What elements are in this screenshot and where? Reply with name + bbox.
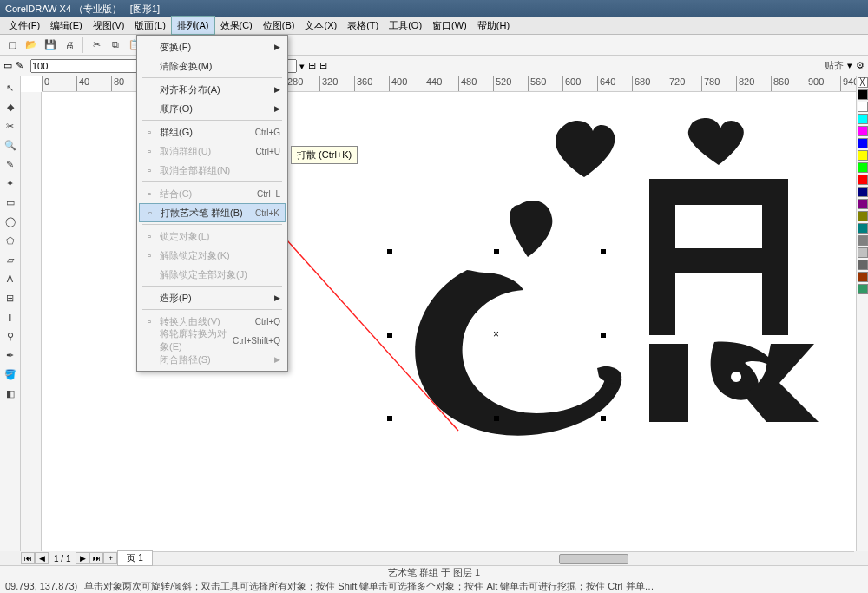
eyedropper-tool-icon[interactable]: ⚲	[1, 326, 20, 346]
menu-item-label: 群组(G)	[160, 126, 193, 139]
page-prev-icon[interactable]: ◀	[35, 552, 49, 564]
menu-item-label: 结合(C)	[160, 188, 192, 201]
percent-input[interactable]	[30, 59, 154, 73]
menu-item-3[interactable]: 版面(L)	[129, 17, 170, 34]
menu-item-label: 变换(F)	[160, 41, 191, 54]
ruler-tick: 820	[736, 76, 771, 91]
fill-tool-icon[interactable]: 🪣	[1, 365, 20, 384]
ruler-tick: 600	[562, 76, 597, 91]
color-swatch[interactable]	[858, 260, 868, 270]
page-tab[interactable]: 页 1	[117, 550, 152, 566]
color-swatch[interactable]	[858, 126, 868, 136]
color-swatch[interactable]	[858, 223, 868, 234]
options-icon[interactable]: ⚙	[856, 60, 865, 71]
copy-icon[interactable]: ⧉	[107, 36, 124, 54]
no-color-swatch[interactable]: ╳	[858, 77, 868, 88]
menu-item-5[interactable]: 效果(C)	[215, 17, 258, 34]
text-tool-icon[interactable]: A	[1, 269, 20, 288]
selection-center-icon[interactable]: ×	[493, 328, 499, 340]
selection-handle-s[interactable]	[494, 416, 499, 421]
outline-tool-icon[interactable]: ✒	[1, 346, 20, 365]
color-swatch[interactable]	[858, 187, 868, 197]
color-swatch[interactable]	[858, 114, 868, 124]
color-swatch[interactable]	[858, 150, 868, 161]
freehand-icon[interactable]: ✎	[16, 60, 23, 71]
units-icon[interactable]: ⊞	[308, 60, 316, 71]
color-swatch[interactable]	[858, 89, 868, 100]
color-swatch[interactable]	[858, 272, 868, 282]
pick-tool-icon[interactable]: ↖	[1, 78, 20, 97]
ellipse-tool-icon[interactable]: ◯	[1, 212, 20, 231]
new-icon[interactable]: ▢	[3, 36, 21, 54]
print-icon[interactable]: 🖨	[61, 36, 78, 54]
freehand-tool-icon[interactable]: ✎	[1, 155, 20, 174]
basicshape-tool-icon[interactable]: ▱	[1, 250, 20, 269]
menu-item-group[interactable]: ▫群组(G)Ctrl+G	[139, 122, 286, 142]
menu-item-1[interactable]: 清除变换(M)	[139, 56, 286, 76]
menu-item-10[interactable]: 窗口(W)	[427, 17, 472, 34]
page-first-icon[interactable]: ⏮	[21, 552, 35, 564]
rectangle-tool-icon[interactable]: ▭	[1, 193, 20, 212]
page-tabs: ⏮ ◀ 1 / 1 ▶ ⏭ + 页 1	[21, 551, 153, 565]
menu-item-label: 顺序(O)	[160, 102, 193, 115]
page-next-icon[interactable]: ▶	[76, 552, 89, 564]
selection-handle-w[interactable]	[387, 333, 392, 338]
menu-item-11[interactable]: 帮助(H)	[472, 17, 515, 34]
menu-shortcut: Ctrl+Shift+Q	[233, 336, 280, 346]
color-swatch[interactable]	[858, 138, 868, 148]
shape-tool-icon[interactable]: ◆	[1, 97, 20, 116]
menu-item-21: 闭合路径(S)▶	[139, 350, 286, 369]
interactive-fill-tool-icon[interactable]: ◧	[1, 384, 20, 403]
menu-separator	[142, 181, 282, 182]
crop-tool-icon[interactable]: ✂	[1, 116, 20, 135]
artwork-character[interactable]	[372, 118, 840, 465]
selection-handle-n[interactable]	[494, 249, 499, 254]
menu-item-break[interactable]: ▫打散艺术笔 群组(B)Ctrl+K	[139, 203, 286, 222]
color-swatch[interactable]	[858, 175, 868, 185]
save-icon[interactable]: 💾	[42, 36, 59, 54]
color-swatch[interactable]	[858, 162, 868, 173]
cut-icon[interactable]: ✂	[88, 36, 105, 54]
scrollbar-thumb[interactable]	[559, 554, 628, 564]
pick-icon[interactable]: ▭	[3, 60, 12, 71]
color-swatch[interactable]	[858, 211, 868, 221]
units2-icon[interactable]: ⊟	[319, 60, 327, 71]
ruler-tick: 680	[632, 76, 667, 91]
ruler-tick: 280	[285, 76, 319, 91]
menu-item-4[interactable]: 顺序(O)▶	[139, 99, 286, 118]
color-swatch[interactable]	[858, 102, 868, 112]
blend-tool-icon[interactable]: ⫿	[1, 307, 20, 326]
menu-item-0[interactable]: 变换(F)▶	[139, 37, 286, 56]
menu-item-4[interactable]: 排列(A)	[171, 16, 215, 35]
menu-item-9[interactable]: 工具(O)	[384, 17, 427, 34]
menu-item-7[interactable]: 文本(X)	[299, 17, 342, 34]
titlebar: CorelDRAW X4 （专业版） - [图形1]	[0, 0, 868, 17]
selection-handle-e[interactable]	[601, 333, 606, 338]
table-tool-icon[interactable]: ⊞	[1, 288, 20, 307]
menu-item-0[interactable]: 文件(F)	[3, 17, 45, 34]
open-icon[interactable]: 📂	[23, 36, 40, 54]
menu-item-2[interactable]: 视图(V)	[88, 17, 130, 34]
selection-handle-ne[interactable]	[601, 249, 606, 254]
selection-handle-sw[interactable]	[387, 416, 392, 421]
smart-tool-icon[interactable]: ✦	[1, 174, 20, 193]
page-last-icon[interactable]: ⏭	[89, 552, 103, 564]
color-swatch[interactable]	[858, 247, 868, 258]
menu-item-17[interactable]: 造形(P)▶	[139, 288, 286, 307]
menu-item-1[interactable]: 编辑(E)	[45, 17, 88, 34]
selection-handle-se[interactable]	[601, 416, 606, 421]
color-swatch[interactable]	[858, 199, 868, 209]
menu-item-3[interactable]: 对齐和分布(A)▶	[139, 80, 286, 99]
snap-icon[interactable]: ▾	[847, 60, 852, 71]
selection-handle-nw[interactable]	[387, 249, 392, 254]
page-add-icon[interactable]: +	[103, 552, 117, 564]
status-object-info: 艺术笔 群组 于 图层 1	[388, 566, 480, 579]
color-swatch[interactable]	[858, 284, 868, 294]
polygon-tool-icon[interactable]: ⬠	[1, 231, 20, 250]
menu-item-8[interactable]: 表格(T)	[342, 17, 384, 34]
menu-item-ungroup-all: ▫取消全部群组(N)	[139, 161, 286, 180]
ruler-tick: 440	[424, 76, 458, 91]
color-swatch[interactable]	[858, 235, 868, 246]
zoom-tool-icon[interactable]: 🔍	[1, 135, 20, 155]
menu-item-6[interactable]: 位图(B)	[258, 17, 300, 34]
